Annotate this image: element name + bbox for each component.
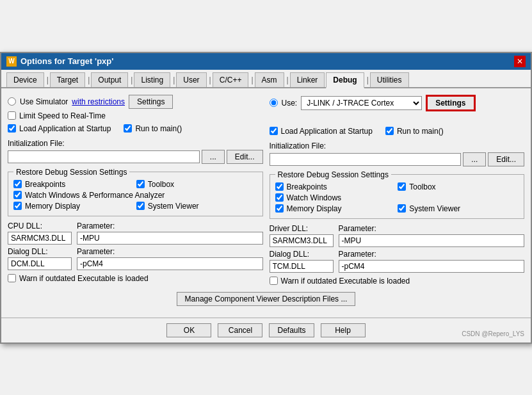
driver-dll-inputs — [270, 234, 525, 247]
tab-asm[interactable]: Asm — [255, 72, 284, 87]
system-viewer-checkbox-right[interactable] — [398, 204, 406, 213]
driver-dll-input[interactable] — [270, 234, 334, 247]
toolbox-checkbox-left[interactable] — [136, 180, 145, 188]
cancel-button[interactable]: Cancel — [218, 323, 262, 337]
breakpoints-row-right: Breakpoints — [275, 182, 396, 191]
load-app-checkbox[interactable] — [8, 124, 16, 133]
dialog-param-input-right[interactable] — [339, 260, 525, 273]
use-dropdown[interactable]: J-LINK / J-TRACE Cortex ULINK2/ME Cortex… — [301, 96, 422, 110]
use-radio-label: Use: — [282, 99, 298, 108]
simulator-radio[interactable] — [8, 97, 16, 106]
watch-windows-label-left: Watch Windows & Performance Analyzer — [25, 191, 165, 200]
driver-dll-label: Driver DLL: — [270, 224, 334, 233]
manage-btn-row: Manage Component Viewer Description File… — [8, 292, 524, 306]
cpu-param-input[interactable] — [77, 232, 263, 245]
use-row: Use: J-LINK / J-TRACE Cortex ULINK2/ME C… — [270, 95, 525, 111]
tab-debug[interactable]: Debug — [326, 72, 364, 88]
dialog-dll-inputs-left — [8, 257, 263, 270]
manage-component-button[interactable]: Manage Component Viewer Description File… — [177, 292, 356, 306]
driver-param-input[interactable] — [339, 234, 525, 247]
titlebar: W Options for Target 'pxp' ✕ — [1, 53, 531, 70]
tab-utilities[interactable]: Utilities — [370, 72, 409, 87]
run-to-main-label-right: Run to main() — [397, 127, 444, 136]
ok-button[interactable]: OK — [166, 323, 211, 337]
browse-button-left[interactable]: ... — [202, 150, 225, 164]
close-button[interactable]: ✕ — [514, 56, 526, 67]
sep8: | — [366, 72, 370, 87]
limit-speed-label: Limit Speed to Real-Time — [19, 111, 106, 120]
right-settings-button[interactable]: Settings — [426, 95, 475, 111]
watch-windows-checkbox-right[interactable] — [275, 193, 284, 202]
left-settings-button[interactable]: Settings — [129, 95, 173, 109]
breakpoints-checkbox-left[interactable] — [13, 180, 22, 188]
tab-target[interactable]: Target — [50, 72, 85, 87]
run-to-main-row: Run to main() — [124, 124, 182, 133]
browse-button-right[interactable]: ... — [463, 152, 486, 166]
system-viewer-checkbox-left[interactable] — [136, 202, 145, 210]
load-app-label: Load Application at Startup — [19, 124, 111, 133]
dialog-dll-input-left[interactable] — [8, 257, 72, 270]
watch-windows-checkbox-left[interactable] — [13, 191, 22, 199]
tab-linker[interactable]: Linker — [290, 72, 325, 87]
toolbox-row-left: Toolbox — [136, 180, 257, 189]
restore-group-label-left: Restore Debug Session Settings — [13, 168, 129, 177]
watch-windows-row-right: Watch Windows — [275, 193, 519, 202]
restore-checkboxes-right: Breakpoints Toolbox — [275, 182, 519, 193]
spacer — [270, 111, 525, 123]
watch-windows-row-left: Watch Windows & Performance Analyzer — [13, 191, 257, 200]
system-viewer-label-right: System Viewer — [409, 204, 460, 213]
dialog-dll-input-right[interactable] — [270, 260, 334, 273]
load-app-row: Load Application at Startup — [8, 124, 111, 133]
init-file-input[interactable] — [8, 150, 200, 163]
dialog-param-input-left[interactable] — [77, 257, 263, 270]
tab-output[interactable]: Output — [91, 72, 128, 87]
warn-checkbox-right[interactable] — [270, 277, 278, 285]
cpu-dll-input[interactable] — [8, 232, 72, 245]
dialog-dll-labels-left: Dialog DLL: Parameter: — [8, 247, 263, 256]
warn-label-right: Warn if outdated Executable is loaded — [281, 277, 410, 286]
load-app-checkbox-right[interactable] — [270, 127, 278, 135]
toolbox-label-left: Toolbox — [148, 180, 174, 189]
run-to-main-checkbox[interactable] — [124, 124, 132, 133]
help-button[interactable]: Help — [321, 323, 366, 337]
tab-cpp[interactable]: C/C++ — [213, 72, 249, 87]
dialog-dll-label-right: Dialog DLL: — [270, 250, 334, 259]
tab-bar: Device | Target | Output | Listing | Use… — [1, 70, 531, 88]
limit-speed-row: Limit Speed to Real-Time — [8, 111, 263, 120]
use-radio[interactable] — [270, 99, 278, 107]
breakpoints-label-left: Breakpoints — [25, 180, 65, 189]
sep6: | — [250, 72, 254, 87]
run-to-main-checkbox-right[interactable] — [385, 127, 394, 135]
defaults-button[interactable]: Defaults — [269, 323, 314, 337]
tab-user[interactable]: User — [176, 72, 206, 87]
warn-checkbox-left[interactable] — [8, 274, 16, 282]
tab-device[interactable]: Device — [6, 72, 44, 87]
with-restrictions-link[interactable]: with restrictions — [72, 97, 125, 106]
memory-display-row-left: Memory Display — [13, 202, 134, 211]
sep5: | — [208, 72, 213, 87]
memory-display-label-right: Memory Display — [287, 204, 342, 213]
warn-row-left: Warn if outdated Executable is loaded — [8, 274, 263, 283]
tab-listing[interactable]: Listing — [134, 72, 170, 87]
dialog-dll-inputs-right — [270, 260, 525, 273]
window-title: Options for Target 'pxp' — [20, 56, 113, 66]
cpu-dll-label: CPU DLL: — [8, 222, 72, 230]
init-file-label-right: Initialization File: — [270, 141, 525, 150]
breakpoints-checkbox-right[interactable] — [275, 182, 284, 191]
titlebar-left: W Options for Target 'pxp' — [6, 56, 113, 67]
main-content: Use Simulator with restrictions Settings… — [1, 88, 531, 312]
memory-display-checkbox-right[interactable] — [275, 204, 284, 213]
init-file-input-right[interactable] — [270, 153, 462, 166]
edit-button-right[interactable]: Edit... — [488, 152, 524, 166]
sep4: | — [172, 72, 176, 87]
main-window: W Options for Target 'pxp' ✕ Device | Ta… — [0, 52, 532, 344]
edit-button-left[interactable]: Edit... — [227, 150, 263, 164]
memory-display-row-right: Memory Display — [275, 204, 396, 213]
toolbox-label-right: Toolbox — [409, 182, 435, 191]
warn-row-right: Warn if outdated Executable is loaded — [270, 277, 525, 286]
restore-group-right: Restore Debug Session Settings Breakpoin… — [270, 170, 525, 219]
toolbox-checkbox-right[interactable] — [398, 182, 406, 191]
limit-speed-checkbox[interactable] — [8, 111, 16, 120]
memory-display-checkbox-left[interactable] — [13, 202, 22, 210]
memory-system-row-left: Memory Display System Viewer — [13, 202, 257, 213]
